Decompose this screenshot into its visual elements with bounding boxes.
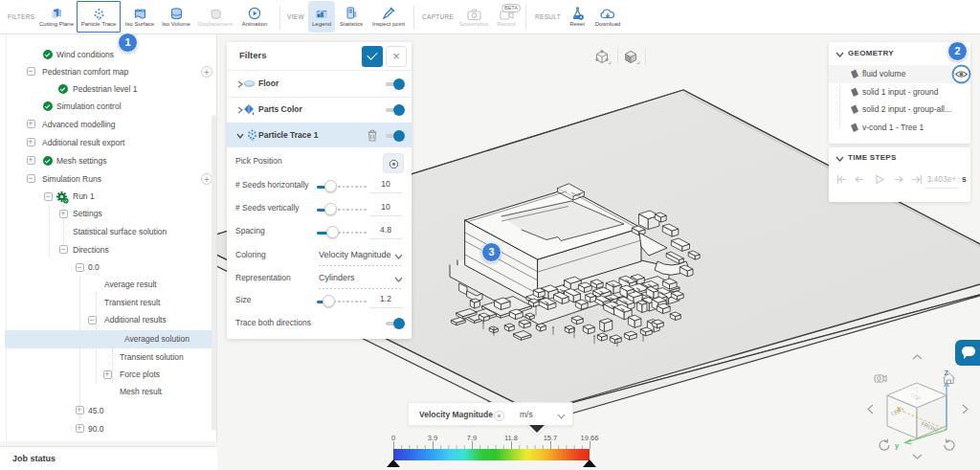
svg-text:y: y xyxy=(895,441,900,450)
svg-text:X: X xyxy=(897,406,902,413)
svg-text:Z: Z xyxy=(945,369,949,377)
